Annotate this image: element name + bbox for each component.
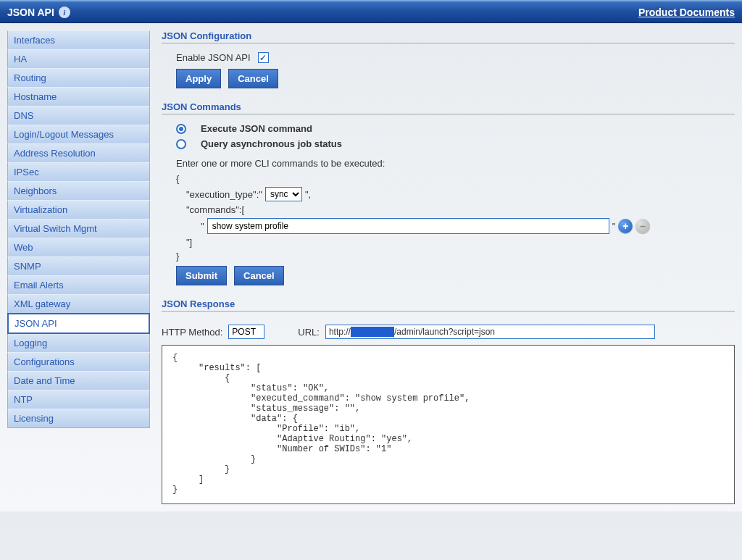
submit-button[interactable]: Submit	[176, 266, 227, 285]
sidebar-item-login-logout-messages[interactable]: Login/Logout Messages	[7, 125, 150, 144]
section-json-commands: JSON Commands	[162, 101, 735, 114]
url-redacted-host	[351, 327, 394, 337]
info-icon[interactable]: i	[59, 7, 70, 18]
topbar-left: JSON API i	[7, 7, 70, 18]
exec-type-key: "execution_type":"	[186, 189, 262, 200]
sidebar-item-configurations[interactable]: Configurations	[7, 352, 150, 372]
enable-json-label: Enable JSON API	[176, 52, 251, 63]
url-input[interactable]: http:// /admin/launch?script=json	[325, 325, 655, 339]
radio-query-status[interactable]	[176, 139, 186, 149]
enable-json-checkbox[interactable]	[258, 52, 269, 63]
sidebar-item-json-api[interactable]: JSON API	[7, 313, 150, 334]
http-method-input[interactable]	[228, 325, 264, 339]
section-json-configuration: JSON Configuration	[162, 30, 735, 43]
sidebar-item-email-alerts[interactable]: Email Alerts	[7, 275, 150, 295]
cmd-close-quote: "	[612, 221, 616, 232]
sidebar-item-hostname[interactable]: Hostname	[7, 87, 150, 106]
radio-query-label: Query asynchronous job status	[201, 138, 342, 149]
sidebar-item-snmp[interactable]: SNMP	[7, 256, 150, 276]
http-method-label: HTTP Method:	[162, 327, 222, 338]
product-documents-link[interactable]: Product Documents	[638, 7, 735, 18]
sidebar-item-virtualization[interactable]: Virtualization	[7, 200, 150, 220]
section-json-response: JSON Response	[162, 298, 735, 312]
cancel-button[interactable]: Cancel	[228, 69, 278, 88]
commands-bracket-close: "]	[176, 237, 735, 248]
json-brace-close: }	[176, 251, 735, 262]
apply-button[interactable]: Apply	[176, 69, 221, 88]
sidebar-item-licensing[interactable]: Licensing	[7, 409, 150, 428]
sidebar-item-xml-gateway[interactable]: XML gateway	[7, 294, 150, 314]
exec-type-tail: ",	[305, 189, 311, 200]
url-label: URL:	[298, 327, 320, 338]
topbar: JSON API i Product Documents	[0, 0, 742, 23]
sidebar: InterfacesHARoutingHostnameDNSLogin/Logo…	[7, 30, 150, 504]
sidebar-item-ipsec[interactable]: IPSec	[7, 162, 150, 182]
cmd-open-quote: "	[201, 221, 204, 232]
sidebar-item-neighbors[interactable]: Neighbors	[7, 181, 150, 201]
command-input[interactable]	[207, 218, 609, 234]
remove-command-icon[interactable]: –	[635, 219, 650, 233]
sidebar-item-date-and-time[interactable]: Date and Time	[7, 371, 150, 390]
sidebar-item-routing[interactable]: Routing	[7, 68, 150, 88]
commands-key: "commands":[	[176, 204, 735, 215]
json-brace-open: {	[176, 173, 735, 184]
sidebar-item-logging[interactable]: Logging	[7, 333, 150, 353]
sidebar-item-dns[interactable]: DNS	[7, 106, 150, 125]
cancel-commands-button[interactable]: Cancel	[234, 266, 284, 285]
page-title: JSON API	[7, 7, 54, 18]
response-body: { "results": [ { "status": "OK", "execut…	[162, 345, 735, 504]
cli-prompt: Enter one or more CLI commands to be exe…	[176, 158, 735, 169]
radio-execute-command[interactable]	[176, 124, 186, 134]
url-prefix: http://	[329, 327, 351, 337]
radio-execute-label: Execute JSON command	[201, 123, 312, 134]
sidebar-item-virtual-switch-mgmt[interactable]: Virtual Switch Mgmt	[7, 219, 150, 238]
add-command-icon[interactable]: +	[618, 219, 633, 233]
sidebar-item-interfaces[interactable]: Interfaces	[7, 30, 150, 50]
sidebar-item-address-resolution[interactable]: Address Resolution	[7, 143, 150, 163]
url-suffix: /admin/launch?script=json	[394, 327, 495, 337]
sidebar-item-web[interactable]: Web	[7, 238, 150, 257]
main-content: JSON Configuration Enable JSON API Apply…	[162, 30, 735, 504]
topbar-right: Product Documents	[638, 7, 735, 18]
sidebar-item-ntp[interactable]: NTP	[7, 390, 150, 409]
execution-type-select[interactable]: sync	[265, 187, 302, 201]
sidebar-item-ha[interactable]: HA	[7, 49, 150, 69]
